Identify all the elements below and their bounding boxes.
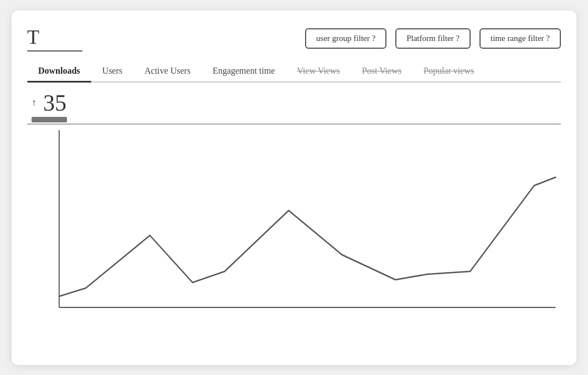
platform-filter-button[interactable]: Platform filter ? [395,28,471,49]
tabs-row: Downloads Users Active Users Engagement … [27,61,561,83]
user-group-filter-button[interactable]: user group filter ? [305,28,386,49]
stat-number: 35 [43,91,66,115]
header-row: T user group filter ? Platform filter ? … [27,24,561,52]
logo: T [27,27,82,52]
line-chart [27,125,561,313]
logo-letter: T [27,27,82,47]
main-card: T user group filter ? Platform filter ? … [12,11,576,365]
time-range-filter-button[interactable]: time range filter ? [479,28,561,49]
tab-popular-views[interactable]: Popular views [412,61,485,81]
tab-engagement-time[interactable]: Engagement time [202,61,286,81]
stat-bar [32,117,67,122]
up-arrow-icon: ↑ [32,97,37,109]
tab-users[interactable]: Users [91,61,133,81]
tab-view-views[interactable]: View Views [286,61,351,81]
stat-bar-row [32,117,561,122]
tab-downloads[interactable]: Downloads [27,61,91,81]
logo-line [27,50,82,52]
stats-area: ↑ 35 [32,91,561,115]
filters-row: user group filter ? Platform filter ? ti… [305,28,561,49]
tab-post-views[interactable]: Post Views [351,61,412,81]
tab-active-users[interactable]: Active Users [133,61,202,81]
chart-area [27,125,561,315]
